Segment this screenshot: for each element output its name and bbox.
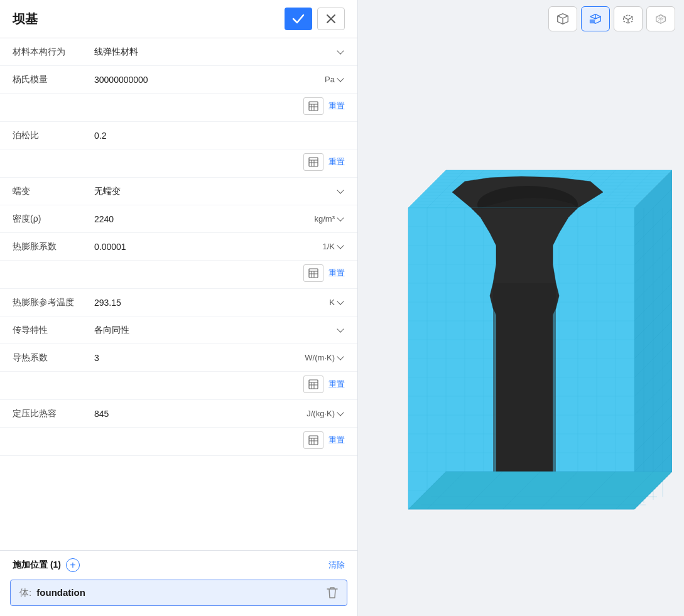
field-value-text: 30000000000	[94, 75, 148, 85]
reset-button[interactable]: 重置	[328, 435, 345, 446]
transparent-view-button[interactable]	[646, 6, 675, 31]
left-panel: 坝基 材料本构行为线弹性材料杨氏模量30000000000Pa 重置泊松比0.2	[0, 0, 358, 616]
field-label: 热膨胀参考温度	[13, 297, 94, 308]
form-row: 传导特性各向同性	[0, 316, 357, 344]
field-label: 泊松比	[13, 130, 94, 141]
location-header: 施加位置 (1) + 清除	[0, 550, 357, 580]
table-button[interactable]	[303, 264, 323, 282]
svg-rect-27	[590, 19, 595, 23]
table-button[interactable]	[303, 153, 323, 171]
field-value[interactable]: 无蠕变	[94, 186, 345, 197]
field-value[interactable]: 0.000011/K	[94, 242, 345, 252]
form-row: 导热系数3W/(m·K)	[0, 344, 357, 372]
reset-button[interactable]: 重置	[328, 100, 345, 112]
field-unit: 1/K	[322, 242, 345, 251]
chevron-down-icon[interactable]	[336, 187, 345, 196]
chevron-down-icon[interactable]	[336, 354, 345, 362]
location-name: foundation	[36, 587, 85, 598]
perspective-view-button[interactable]	[548, 6, 577, 31]
field-unit	[336, 48, 345, 57]
reset-button[interactable]: 重置	[328, 267, 345, 279]
field-label: 蠕变	[13, 186, 94, 197]
wireframe-view-button[interactable]	[614, 6, 643, 31]
field-value: 0.2	[94, 131, 345, 141]
field-value-text: 2240	[94, 214, 114, 224]
form-row: 蠕变无蠕变	[0, 178, 357, 205]
field-label: 定压比热容	[13, 408, 94, 419]
field-label: 材料本构行为	[13, 46, 94, 58]
location-prefix: 体:	[19, 587, 31, 598]
svg-rect-2	[309, 102, 318, 111]
action-row: 重置	[0, 149, 357, 178]
field-value-text: 0.2	[94, 131, 106, 141]
field-value-text: 无蠕变	[94, 186, 121, 197]
action-row: 重置	[0, 428, 357, 456]
add-location-button[interactable]: +	[66, 558, 80, 572]
action-row: 重置	[0, 94, 357, 122]
form-row: 热膨胀参考温度293.15K	[0, 289, 357, 316]
solid-view-button[interactable]	[581, 6, 610, 31]
panel-title: 坝基	[13, 11, 38, 28]
panel-header: 坝基	[0, 0, 357, 38]
field-unit: J/(kg·K)	[307, 409, 345, 418]
chevron-down-icon[interactable]	[336, 326, 345, 335]
form-row: 材料本构行为线弹性材料	[0, 38, 357, 66]
action-row: 重置	[0, 261, 357, 289]
form-row: 密度(ρ)2240kg/m³	[0, 205, 357, 233]
field-unit: Pa	[325, 75, 345, 84]
field-value-text: 3	[94, 353, 99, 363]
field-label: 热膨胀系数	[13, 241, 94, 252]
clear-button[interactable]: 清除	[328, 559, 345, 571]
field-value[interactable]: 3W/(m·K)	[94, 353, 345, 363]
field-value[interactable]: 30000000000Pa	[94, 75, 345, 85]
field-value[interactable]: 845J/(kg·K)	[94, 409, 345, 419]
field-value-text: 线弹性材料	[94, 46, 138, 58]
view-toolbar	[358, 0, 684, 38]
table-button[interactable]	[303, 97, 323, 115]
field-label: 传导特性	[13, 325, 94, 336]
field-value[interactable]: 293.15K	[94, 298, 345, 308]
header-buttons	[285, 8, 345, 30]
field-unit: K	[329, 298, 345, 307]
reset-button[interactable]: 重置	[328, 379, 345, 390]
chevron-down-icon[interactable]	[336, 215, 345, 224]
viewport	[358, 38, 684, 616]
field-label: 密度(ρ)	[13, 213, 94, 225]
location-item-label: 体: foundation	[19, 587, 85, 599]
field-value[interactable]: 各向同性	[94, 325, 345, 336]
right-panel	[358, 0, 684, 616]
confirm-button[interactable]	[285, 8, 312, 30]
location-section: 施加位置 (1) + 清除 体: foundation	[0, 550, 357, 616]
chevron-down-icon[interactable]	[336, 48, 345, 57]
field-value[interactable]: 线弹性材料	[94, 46, 345, 58]
field-unit: kg/m³	[315, 214, 345, 224]
3d-model	[358, 38, 684, 616]
table-button[interactable]	[303, 431, 323, 449]
chevron-down-icon[interactable]	[336, 298, 345, 307]
svg-rect-17	[309, 380, 318, 389]
cancel-button[interactable]	[317, 8, 345, 30]
reset-button[interactable]: 重置	[328, 156, 345, 168]
form-content: 材料本构行为线弹性材料杨氏模量30000000000Pa 重置泊松比0.2 重置…	[0, 38, 357, 550]
chevron-down-icon[interactable]	[336, 409, 345, 418]
location-title: 施加位置 (1) +	[13, 558, 80, 572]
field-value-text: 各向同性	[94, 325, 129, 336]
field-unit	[336, 326, 345, 335]
field-value-text: 293.15	[94, 298, 121, 308]
form-row: 杨氏模量30000000000Pa	[0, 66, 357, 94]
field-unit: W/(m·K)	[305, 353, 345, 362]
action-row: 重置	[0, 372, 357, 400]
chevron-down-icon[interactable]	[336, 242, 345, 251]
form-row: 泊松比0.2	[0, 122, 357, 149]
location-item: 体: foundation	[10, 580, 347, 606]
delete-location-button[interactable]	[327, 586, 338, 599]
field-label: 杨氏模量	[13, 74, 94, 85]
field-label: 导热系数	[13, 352, 94, 364]
table-button[interactable]	[303, 376, 323, 393]
field-unit	[336, 187, 345, 196]
svg-rect-7	[309, 158, 318, 166]
field-value-text: 845	[94, 409, 109, 419]
field-value[interactable]: 2240kg/m³	[94, 214, 345, 224]
chevron-down-icon[interactable]	[336, 75, 345, 84]
svg-rect-12	[309, 269, 318, 278]
